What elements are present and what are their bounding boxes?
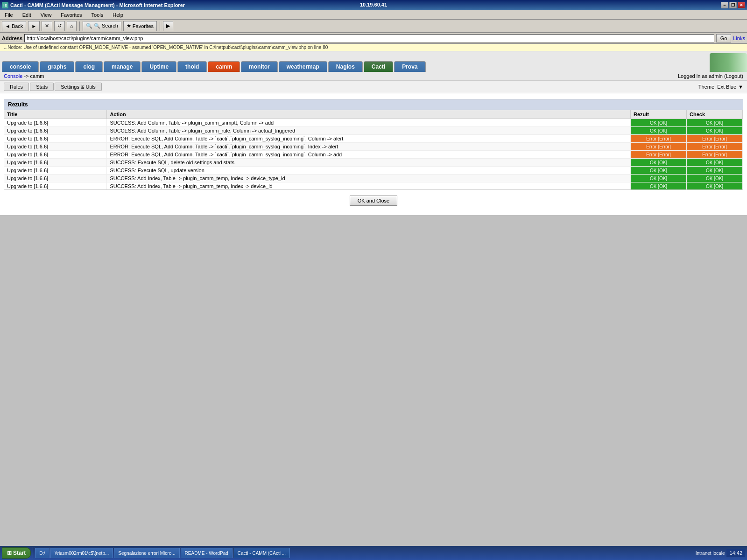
row-check: OK [OK] (687, 159, 743, 167)
breadcrumb-bar: Console -> camm Logged in as admin (Logo… (0, 72, 747, 81)
row-check: OK [OK] (687, 119, 743, 127)
table-row: Upgrade to [1.6.6]SUCCESS: Add Index, Ta… (4, 182, 743, 190)
tab-graphs[interactable]: graphs (40, 61, 74, 72)
menu-favorites[interactable]: Favorites (58, 11, 85, 19)
tab-prova[interactable]: Prova (394, 61, 425, 72)
theme-selector-area: Theme: Ext Blue ▼ (698, 84, 743, 90)
row-title: Upgrade to [1.6.6] (4, 167, 107, 175)
toolbar: ◄ Back ► ✕ ↺ ⌂ 🔍 🔍 Search ★ Favorites ▶ (0, 20, 747, 33)
row-check: OK [OK] (687, 175, 743, 182)
row-title: Upgrade to [1.6.6] (4, 182, 107, 190)
table-row: Upgrade to [1.6.6]ERROR: Execute SQL, Ad… (4, 135, 743, 143)
breadcrumb-console-link[interactable]: Console (4, 73, 22, 79)
refresh-icon: ↺ (57, 23, 62, 29)
tab-cacti[interactable]: Cacti (364, 61, 393, 72)
menu-edit[interactable]: Edit (20, 11, 34, 19)
theme-label: Theme: Ext Blue (698, 84, 736, 90)
menu-bar: File Edit View Favorites Tools Help (0, 10, 747, 20)
breadcrumb: Console -> camm (4, 73, 44, 79)
table-row: Upgrade to [1.6.6]SUCCESS: Execute SQL, … (4, 159, 743, 167)
breadcrumb-separator: -> (24, 73, 30, 79)
sub-tabs: Rules Stats Settings & Utils Theme: Ext … (0, 81, 747, 93)
col-result: Rezult (631, 110, 687, 119)
media-icon: ▶ (166, 23, 170, 29)
stop-button[interactable]: ✕ (42, 21, 52, 31)
subtab-rules[interactable]: Rules (4, 83, 29, 91)
menu-tools[interactable]: Tools (89, 11, 106, 19)
warning-bar: ...Notice: Use of undefined constant OPE… (0, 44, 747, 51)
address-input[interactable] (24, 34, 714, 42)
close-button[interactable]: ✕ (738, 2, 745, 8)
menu-help[interactable]: Help (110, 11, 126, 19)
subtab-stats[interactable]: Stats (30, 83, 54, 91)
menu-file[interactable]: File (2, 11, 16, 19)
restore-button[interactable]: ❐ (729, 2, 737, 8)
table-row: Upgrade to [1.6.6]SUCCESS: Add Column, T… (4, 119, 743, 127)
results-table-wrapper[interactable]: Title Action Rezult Check Upgrade to [1.… (4, 110, 743, 189)
tab-manage[interactable]: manage (104, 61, 141, 72)
row-action: ERROR: Execute SQL, Add Column, Table ->… (107, 135, 631, 143)
col-check: Check (687, 110, 743, 119)
col-title: Title (4, 110, 107, 119)
back-button[interactable]: ◄ Back (2, 21, 26, 31)
refresh-button[interactable]: ↺ (54, 21, 65, 31)
logged-in-text: Logged in as admin (Logout) (678, 73, 743, 79)
row-result: OK [OK] (631, 167, 687, 175)
tab-weathermap[interactable]: weathermap (279, 61, 327, 72)
title-bar: IE Cacti - CAMM (CActi Message Managment… (0, 0, 747, 10)
forward-button[interactable]: ► (28, 21, 40, 31)
row-title: Upgrade to [1.6.6] (4, 143, 107, 151)
row-action: SUCCESS: Add Index, Table -> plugin_camm… (107, 175, 631, 182)
search-icon: 🔍 (86, 23, 92, 29)
ip-display: 10.19.60.41 (360, 2, 387, 7)
row-action: SUCCESS: Execute SQL, update version (107, 167, 631, 175)
row-title: Upgrade to [1.6.6] (4, 127, 107, 135)
tab-clog[interactable]: clog (75, 61, 103, 72)
toolbar-separator2 (160, 21, 160, 31)
row-title: Upgrade to [1.6.6] (4, 159, 107, 167)
tab-nagios[interactable]: Nagios (328, 61, 363, 72)
row-result: OK [OK] (631, 119, 687, 127)
favorites-button[interactable]: ★ Favorites (123, 21, 157, 31)
home-button[interactable]: ⌂ (67, 21, 77, 31)
media-button[interactable]: ▶ (163, 21, 173, 31)
row-result: Error [Error] (631, 151, 687, 159)
go-button[interactable]: Go (716, 34, 732, 42)
row-action: ERROR: Execute SQL, Add Column, Table ->… (107, 143, 631, 151)
favorites-icon: ★ (127, 23, 131, 29)
row-title: Upgrade to [1.6.6] (4, 175, 107, 182)
ok-close-button[interactable]: OK and Close (350, 196, 397, 206)
tab-uptime[interactable]: Uptime (141, 61, 176, 72)
window-title: Cacti - CAMM (CActi Message Managment) -… (10, 2, 185, 8)
favorites-label: Favorites (133, 23, 154, 29)
stop-icon: ✕ (45, 23, 49, 29)
row-action: SUCCESS: Add Column, Table -> plugin_cam… (107, 119, 631, 127)
results-section: Rezults Title Action Rezult Check Upgrad… (4, 99, 743, 190)
links-label[interactable]: Links (733, 35, 745, 41)
tab-monitor[interactable]: monitor (241, 61, 278, 72)
theme-dropdown-icon[interactable]: ▼ (738, 84, 743, 90)
tab-thold[interactable]: thold (177, 61, 207, 72)
tab-camm[interactable]: camm (208, 61, 240, 72)
minimize-button[interactable]: − (721, 2, 728, 8)
row-result: OK [OK] (631, 182, 687, 190)
search-button[interactable]: 🔍 🔍 Search (83, 21, 121, 31)
tab-console[interactable]: console (2, 61, 39, 72)
cacti-logo (710, 53, 747, 72)
subtab-settings[interactable]: Settings & Utils (55, 83, 102, 91)
nav-tabs: console graphs clog manage Uptime thold … (0, 51, 747, 72)
menu-view[interactable]: View (38, 11, 55, 19)
table-row: Upgrade to [1.6.6]SUCCESS: Add Index, Ta… (4, 175, 743, 182)
row-result: Error [Error] (631, 143, 687, 151)
results-table: Title Action Rezult Check Upgrade to [1.… (4, 110, 743, 189)
back-label: Back (12, 23, 23, 29)
back-icon: ◄ (5, 23, 10, 29)
row-check: OK [OK] (687, 167, 743, 175)
address-bar: Address Go Links (0, 33, 747, 44)
col-action: Action (107, 110, 631, 119)
table-row: Upgrade to [1.6.6]ERROR: Execute SQL, Ad… (4, 151, 743, 159)
row-result: OK [OK] (631, 175, 687, 182)
table-row: Upgrade to [1.6.6]SUCCESS: Execute SQL, … (4, 167, 743, 175)
table-row: Upgrade to [1.6.6]ERROR: Execute SQL, Ad… (4, 143, 743, 151)
row-result: OK [OK] (631, 127, 687, 135)
